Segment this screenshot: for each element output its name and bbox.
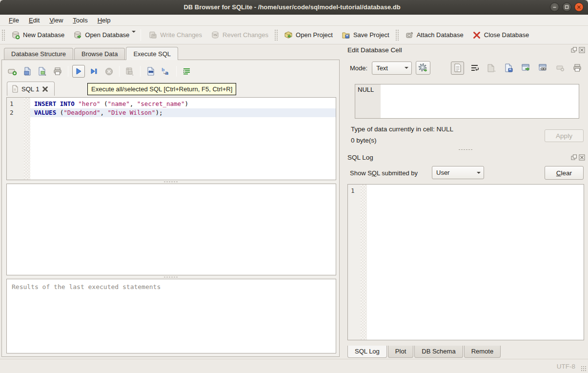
open-database-icon [73, 31, 82, 40]
cell-editor-text-area[interactable] [381, 84, 579, 118]
close-dock-icon[interactable] [579, 47, 585, 53]
clear-log-button[interactable]: Clear [545, 166, 584, 180]
new-database-icon [11, 31, 20, 40]
execute-line-icon[interactable] [87, 65, 100, 78]
open-external-icon[interactable] [519, 62, 532, 75]
cell-editor[interactable]: NULL [355, 84, 579, 119]
attach-database-icon [405, 31, 414, 40]
toolbar-drag-handle[interactable] [395, 29, 399, 41]
word-wrap-icon[interactable] [468, 62, 481, 75]
text-mode-icon[interactable] [451, 62, 464, 75]
format-sql-icon[interactable] [181, 65, 193, 78]
close-database-button[interactable]: Close Database [468, 28, 534, 42]
save-project-button[interactable]: Save Project [337, 28, 394, 42]
cell-value: NULL [358, 86, 374, 93]
toolbar-separator [141, 29, 141, 41]
menu-file[interactable]: File [4, 16, 24, 25]
minimize-icon[interactable] [550, 2, 559, 12]
write-changes-icon [148, 31, 157, 40]
tab-database-structure[interactable]: Database Structure [4, 48, 73, 60]
sql-toolbar-separator [176, 66, 177, 77]
tab-db-schema[interactable]: DB Schema [414, 346, 463, 358]
find-icon[interactable] [144, 65, 157, 78]
sql-log-controls: Show SQL submitted by User Clear [343, 166, 588, 181]
log-filter-select[interactable]: User [432, 166, 484, 179]
open-database-dropdown-icon[interactable] [132, 31, 136, 33]
sql-toolbar-separator [140, 66, 141, 77]
splitter-editor-results[interactable] [2, 180, 339, 183]
open-database-button[interactable]: Open Database [69, 28, 134, 42]
chevron-down-icon [405, 67, 408, 69]
tab-execute-sql[interactable]: Execute SQL [126, 47, 178, 60]
left-pane: Database Structure Browse Data Execute S… [0, 44, 343, 359]
menu-tools[interactable]: Tools [68, 16, 92, 25]
execute-sql-panel: ba SQL 1 Execute all/selected SQL [Ctrl+… [1, 60, 340, 357]
right-pane: Edit Database Cell Mode: Text [343, 44, 588, 359]
sql-log-lines[interactable] [367, 185, 584, 340]
results-grid-pane[interactable] [6, 184, 336, 275]
splitter-docks[interactable] [343, 148, 588, 151]
app-window: DB Browser for SQLite - /home/user/code/… [0, 0, 588, 373]
editor-line[interactable]: VALUES ("Deadpond", "Dive Wilson"); [30, 108, 336, 117]
sql-editor-fold-margin [24, 98, 30, 180]
tab-plot[interactable]: Plot [388, 346, 413, 358]
open-project-button[interactable]: Open Project [280, 28, 337, 42]
revert-changes-button: Revert Changes [206, 28, 273, 42]
save-results-icon [123, 65, 136, 78]
new-database-button[interactable]: New Database [7, 28, 69, 42]
close-sql-tab-icon[interactable] [42, 86, 48, 92]
attach-database-button[interactable]: Attach Database [401, 28, 468, 42]
mode-select[interactable]: Text [372, 62, 412, 75]
menu-help[interactable]: Help [93, 16, 116, 25]
float-dock-icon[interactable] [571, 154, 577, 161]
sql-editor[interactable]: 12 INSERT INTO "hero" ("name", "secret_n… [6, 97, 336, 180]
sql-file-icon [11, 85, 19, 93]
edit-cell-mode-row: Mode: Text [350, 61, 584, 75]
editor-line[interactable]: INSERT INTO "hero" ("name", "secret_name… [30, 100, 336, 108]
sql-log-gutter: 1 [348, 185, 361, 340]
print-cell-icon[interactable] [570, 62, 584, 75]
close-dock-icon[interactable] [579, 154, 585, 161]
titlebar[interactable]: DB Browser for SQLite - /home/user/code/… [0, 0, 588, 15]
resize-grip[interactable] [581, 366, 587, 372]
tab-sql-log[interactable]: SQL Log [347, 346, 387, 358]
tab-remote[interactable]: Remote [464, 346, 501, 358]
menubar: File Edit View Tools Help [0, 15, 588, 26]
set-link-icon[interactable] [536, 62, 549, 75]
auto-switch-mode-button[interactable] [416, 61, 430, 75]
sql-tab-label: SQL 1 [21, 85, 39, 93]
replace-icon[interactable]: ba [160, 65, 172, 78]
menu-edit[interactable]: Edit [24, 16, 44, 25]
edit-cell-toolbar [451, 62, 584, 75]
encoding-indicator[interactable]: UTF-8 [557, 363, 575, 370]
results-message-pane[interactable]: Results of the last executed statements [6, 279, 336, 353]
export-data-icon[interactable] [502, 62, 515, 75]
tab-browse-data[interactable]: Browse Data [74, 48, 125, 60]
new-tab-icon[interactable] [6, 65, 19, 78]
sql-editor-lines[interactable]: INSERT INTO "hero" ("name", "secret_name… [30, 98, 336, 180]
float-dock-icon[interactable] [571, 47, 577, 53]
menu-view[interactable]: View [44, 16, 68, 25]
cell-editor-gutter: NULL [355, 84, 381, 118]
svg-text:b: b [162, 67, 165, 72]
save-sql-file-icon[interactable] [36, 65, 49, 78]
cell-type-info: Type of data currently in cell: NULL [351, 125, 453, 133]
import-data-icon [485, 62, 498, 75]
execute-all-icon[interactable] [72, 65, 85, 78]
close-database-icon [472, 31, 481, 40]
open-sql-file-icon[interactable] [21, 65, 34, 78]
maximize-icon[interactable] [562, 2, 571, 12]
sql-log-title: SQL Log [347, 154, 571, 161]
apply-button: Apply [545, 129, 584, 142]
print-sql-icon[interactable] [51, 65, 64, 78]
edit-cell-title: Edit Database Cell [347, 46, 571, 54]
toolbar-drag-handle[interactable] [1, 29, 5, 41]
sql-document-tab[interactable]: SQL 1 [7, 82, 55, 96]
toolbar-drag-handle[interactable] [274, 29, 278, 41]
close-icon[interactable] [574, 2, 584, 12]
execute-tooltip: Execute all/selected SQL [Ctrl+Return, F… [87, 83, 236, 95]
splitter-results-messages[interactable] [2, 275, 339, 278]
chevron-down-icon [477, 172, 481, 174]
main-toolbar: New Database Open Database Write Changes… [0, 26, 588, 44]
sql-log-view[interactable]: 1 [347, 184, 584, 340]
